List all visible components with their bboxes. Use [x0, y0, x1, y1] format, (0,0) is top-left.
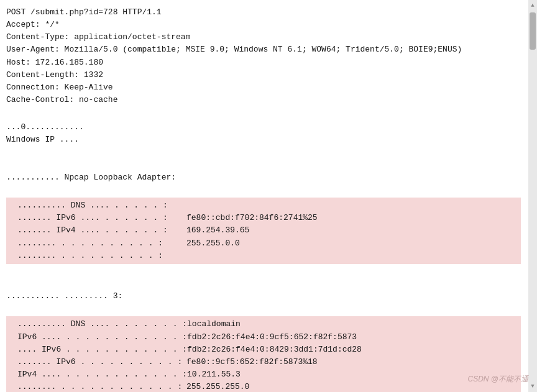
blank-1: [6, 109, 521, 121]
scrollbar-thumb[interactable]: [530, 12, 536, 50]
section2-rows: const d3 = JSON.parse(document.getElemen…: [6, 316, 521, 392]
scroll-down-arrow[interactable]: ▼: [530, 382, 536, 391]
http-header-block: const d = JSON.parse(document.getElement…: [6, 6, 521, 106]
loopback-header: ........... Npcap Loopback Adapter:: [6, 171, 521, 184]
blank-6: [6, 278, 521, 290]
terminal-output[interactable]: const d = JSON.parse(document.getElement…: [0, 0, 528, 392]
loopback-rows: const d2 = JSON.parse(document.getElemen…: [6, 198, 521, 264]
section2-header: ........... ......... 3:: [6, 290, 521, 303]
scrollbar[interactable]: ▲ ▼: [528, 0, 537, 392]
blank-3: [6, 159, 521, 171]
windows-ip: Windows IP ....: [6, 134, 521, 146]
blank-5: [6, 265, 521, 278]
blank-4: [6, 184, 521, 196]
blank-7: [6, 303, 521, 315]
separator1: ...0............: [6, 121, 521, 134]
scroll-up-arrow[interactable]: ▲: [530, 1, 536, 10]
blank-2: [6, 147, 521, 159]
